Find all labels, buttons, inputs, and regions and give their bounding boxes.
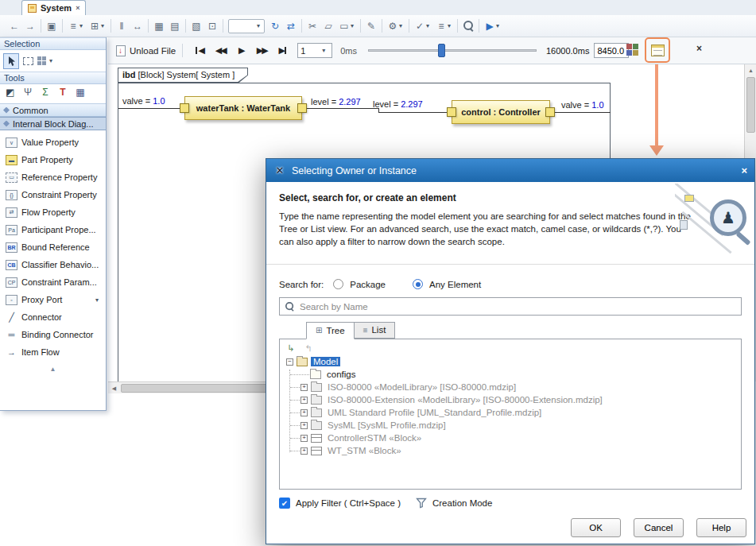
fast-forward-button[interactable]: ▶▶ [251,42,272,60]
expand-expander-icon[interactable] [300,409,308,416]
unload-file-button[interactable]: Unload File [116,45,176,56]
expand-expander-icon[interactable] [300,435,308,442]
chevron-down-icon[interactable] [101,18,107,34]
options-list-icon[interactable]: ≡ [433,18,449,34]
palette-item-participant-property[interactable]: Pa Participant Prope... [0,221,106,238]
connector-wire[interactable] [555,112,611,113]
dialog-close-icon[interactable] [741,165,747,176]
scroll-to-selection-icon[interactable]: ↳ [285,343,297,354]
tree-row-uml-standard-profile[interactable]: UML Standard Profile [UML_Standard_Profi… [280,406,741,419]
cursor-tool-button[interactable] [3,53,19,69]
tab-close-icon[interactable] [76,4,79,12]
tree-row-iso80000[interactable]: ISO-80000 «ModelLibrary» [ISO-80000.mdzi… [280,381,741,393]
chevron-down-icon[interactable] [351,18,357,34]
slider-track[interactable] [368,49,537,52]
chevron-down-icon[interactable] [448,18,454,34]
palette-item-reference-property[interactable]: ▭ Reference Property [0,168,106,186]
tab-system[interactable]: System [21,0,86,15]
tree-row-iso80000-extension[interactable]: ISO-80000-Extension «ModelLibrary» [ISO-… [280,393,741,406]
image-shape-icon[interactable]: ▧ [188,18,204,34]
ok-button[interactable]: OK [571,518,621,537]
chevron-down-icon[interactable] [322,43,328,59]
radio-any-element[interactable] [413,279,423,289]
chevron-down-icon[interactable] [496,18,502,34]
close-simulation-icon[interactable] [696,43,702,54]
cancel-button[interactable]: Cancel [634,518,684,537]
validate-icon[interactable]: ✓ [412,18,428,34]
search-box[interactable] [279,297,742,316]
chevron-down-icon[interactable] [426,18,432,34]
tab-list[interactable]: List [355,322,396,339]
apply-filter-checkbox[interactable] [279,498,290,509]
step-first-button[interactable]: ◀ [189,42,210,60]
port-controller-right[interactable] [545,107,555,117]
sum-tool-icon[interactable]: Σ [37,84,53,100]
collapse-expander-icon[interactable] [286,358,293,366]
connector-wire[interactable] [307,108,378,109]
expand-expander-icon[interactable] [300,447,308,455]
run-icon[interactable]: ▶ [482,18,498,34]
dialog-titlebar[interactable]: ✕ Selecting Owner or Instance [266,159,754,182]
expand-expander-icon[interactable] [300,397,308,404]
quick-layout-icon[interactable]: ⊞ [87,18,103,34]
radio-any-element-label[interactable]: Any Element [429,280,481,289]
tree-row-configs[interactable]: configs [280,368,741,381]
refresh-icon[interactable]: ↻ [267,18,283,34]
tree-row-wtstm[interactable]: WT_STM «Block» [280,444,741,457]
swap-icon[interactable]: ⇄ [283,18,299,34]
structure-tool-icon[interactable]: ▦ [72,84,88,100]
radio-package[interactable] [333,279,343,289]
breakpoints-grid-icon[interactable] [626,44,640,57]
palette-item-constraint-property[interactable]: {} Constraint Property [0,186,106,203]
tree-row-model[interactable]: Model [280,355,741,368]
connector-wire[interactable] [118,108,180,109]
palette-item-proxy-port[interactable]: ▫ Proxy Port [0,291,106,308]
vertical-scroll-thumb[interactable] [746,77,755,133]
note-icon[interactable]: ✎ [363,18,379,34]
related-elements-icon[interactable]: ≡ [65,18,81,34]
palette-item-bound-reference[interactable]: BR Bound Reference [0,238,106,256]
part-watertank[interactable]: waterTank : WaterTank [184,96,302,120]
trigger-count-select[interactable]: 1 [297,43,332,58]
text-box-tool-icon[interactable]: T [55,84,71,100]
tab-tree[interactable]: Tree [306,322,355,339]
port-controller-left[interactable] [447,107,456,117]
palette-group-internal-block-diagram[interactable]: Internal Block Diag... [0,117,106,130]
scroll-up-icon[interactable]: ▲ [745,64,756,76]
palette-item-item-flow[interactable]: → Item Flow [0,343,106,361]
chevron-down-icon[interactable] [257,18,263,34]
search-input[interactable] [300,302,737,312]
palette-item-binding-connector[interactable]: ═ Binding Connector [0,326,106,343]
chevron-down-icon[interactable] [399,18,405,34]
insert-matrix-icon[interactable]: ▤ [167,18,183,34]
radio-package-label[interactable]: Package [350,280,386,289]
gear-icon[interactable]: ⚙ [385,18,401,34]
palette-item-flow-property[interactable]: ⇄ Flow Property [0,203,106,221]
scroll-left-icon[interactable]: ◀ [108,382,120,394]
horizontal-scroll-thumb[interactable] [121,384,272,393]
resize-icon[interactable]: ↔ [130,18,145,34]
chevron-down-icon[interactable] [49,53,56,69]
palette-group-common[interactable]: Common [0,103,106,117]
marquee-select-icon[interactable] [23,57,33,65]
sticky-tools-icon[interactable] [37,56,47,66]
help-button[interactable]: Help [696,518,746,537]
palette-item-part-property[interactable]: ▬ Part Property [0,151,106,168]
current-time-input[interactable] [594,43,629,58]
select-instance-icon[interactable] [651,45,665,56]
connector-wire[interactable] [378,112,447,113]
copy-icon[interactable]: ▱ [320,18,336,34]
palette-item-connector[interactable]: ╱ Connector [0,308,106,326]
zoom-select[interactable] [228,19,265,33]
search-icon[interactable] [460,18,476,34]
palette-item-constraint-parameter[interactable]: CP Constraint Param... [0,273,106,291]
tree-row-sysml[interactable]: SysML [SysML Profile.mdzip] [280,419,741,432]
forward-icon[interactable]: → [22,18,38,34]
port-watertank-left[interactable] [180,103,189,113]
anchor-tool-icon[interactable]: Ψ [20,84,36,100]
insert-table-icon[interactable]: ▦ [151,18,167,34]
port-watertank-right[interactable] [297,103,307,113]
creation-mode-label[interactable]: Creation Mode [432,498,492,508]
step-back-button[interactable]: ◀◀ [210,42,231,60]
palette-item-classifier-behavior[interactable]: CB Classifier Behavio... [0,256,106,273]
